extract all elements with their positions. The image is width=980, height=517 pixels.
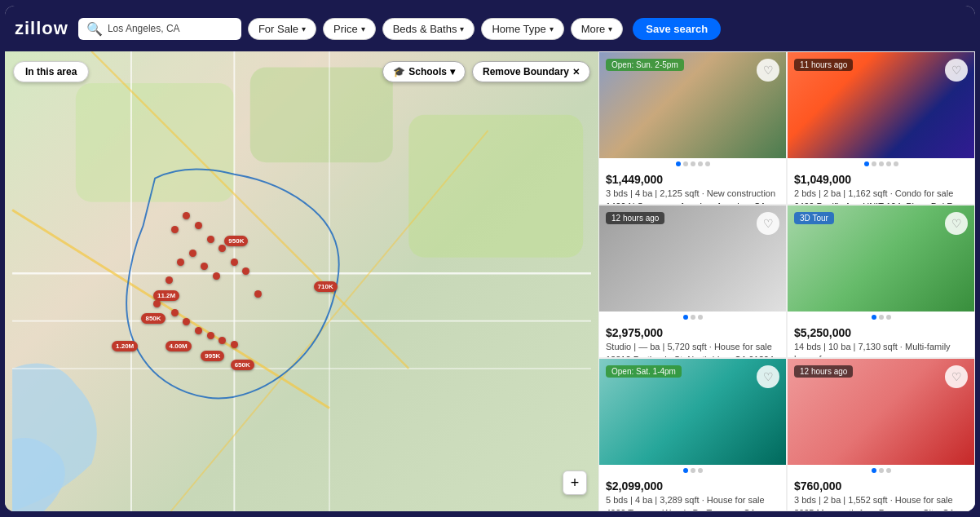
chevron-down-icon: ▾ [302, 24, 306, 33]
chevron-down-icon: ▾ [361, 24, 365, 33]
map-pin-dot[interactable] [207, 236, 214, 243]
map-pin-dot[interactable] [171, 309, 179, 316]
map-pin-dot[interactable] [242, 267, 249, 275]
in-this-area-button[interactable]: In this area [13, 61, 89, 82]
map-pin-dot[interactable] [219, 245, 226, 252]
listing-card[interactable]: 12 hours ago ♡ $760,000 3 bds | 2 ba | 1… [787, 358, 975, 511]
favorite-button[interactable]: ♡ [757, 365, 779, 388]
dot-indicator [683, 161, 688, 166]
listing-badge: Open: Sun. 2-5pm [606, 59, 684, 71]
dot-indicator [872, 468, 876, 473]
listing-image: Open: Sat. 1-4pm ♡ [599, 359, 786, 465]
home-type-filter[interactable]: Home Type ▾ [481, 18, 563, 40]
map-pin[interactable]: 650K [231, 360, 254, 370]
favorite-button[interactable]: ♡ [757, 212, 779, 235]
chevron-down-icon: ▾ [450, 66, 455, 77]
app-container: zillow 🔍 Los Angeles, CA For Sale ▾ Pric… [5, 6, 975, 511]
map-pin-dot[interactable] [219, 337, 226, 344]
listing-details: 5 bds | 4 ba | 3,289 sqft · House for sa… [606, 494, 779, 506]
listing-price: $760,000 [794, 479, 968, 493]
close-icon: ✕ [572, 67, 580, 77]
listing-image: 3D Tour ♡ [788, 205, 974, 312]
listing-image: 12 hours ago ♡ [599, 205, 786, 312]
map-pin-dot[interactable] [171, 226, 179, 233]
listing-price: $2,099,000 [606, 479, 779, 493]
favorite-button[interactable]: ♡ [945, 365, 968, 388]
map-pin[interactable]: 4.00M [166, 341, 192, 351]
listing-badge: 3D Tour [794, 212, 834, 224]
price-filter[interactable]: Price ▾ [323, 18, 376, 40]
save-search-button[interactable]: Save search [633, 18, 721, 40]
map-background: In this area 🎓 Schools ▾ Remove Boundary… [5, 51, 598, 511]
listing-info: $2,099,000 5 bds | 4 ba | 3,289 sqft · H… [599, 475, 786, 511]
dot-indicator [691, 468, 695, 473]
dot-indicator [879, 161, 884, 166]
header: zillow 🔍 Los Angeles, CA For Sale ▾ Pric… [5, 6, 975, 51]
listing-image-dots [788, 465, 974, 475]
map-pin-dot[interactable] [207, 332, 214, 339]
more-filter[interactable]: More ▾ [571, 18, 624, 40]
listing-price: $2,975,000 [606, 326, 779, 339]
listing-card[interactable]: 12 hours ago ♡ $2,975,000 Studio | — ba … [598, 205, 787, 358]
dot-indicator [879, 468, 884, 473]
listing-price: $1,049,000 [794, 173, 968, 186]
map-pin-dot[interactable] [183, 212, 190, 219]
listing-details: 3 bds | 4 ba | 2,125 sqft · New construc… [606, 188, 779, 200]
listing-info: $1,449,000 3 bds | 4 ba | 2,125 sqft · N… [599, 168, 786, 205]
svg-line-10 [91, 51, 408, 369]
map-pin-dot[interactable] [189, 250, 196, 257]
for-sale-filter[interactable]: For Sale ▾ [248, 18, 316, 40]
map-pin-dot[interactable] [231, 258, 238, 266]
chevron-down-icon: ▾ [460, 24, 464, 33]
listing-image-dots [599, 158, 786, 168]
map-pin[interactable]: 950K [224, 236, 248, 246]
listing-badge: 12 hours ago [606, 212, 664, 224]
map-pin[interactable]: 850K [141, 313, 165, 324]
listing-address: 4920 Tarzana Woods Dr, Tarzana, CA 91356 [606, 508, 779, 511]
svg-line-9 [12, 210, 329, 408]
main-content: In this area 🎓 Schools ▾ Remove Boundary… [5, 51, 975, 511]
map-pin-dot[interactable] [213, 272, 220, 280]
dot-indicator [886, 315, 891, 320]
listing-image: Open: Sun. 2-5pm ♡ [599, 52, 786, 158]
listing-info: $760,000 3 bds | 2 ba | 1,552 sqft · Hou… [788, 475, 974, 511]
listing-details: 2 bds | 2 ba | 1,162 sqft · Condo for sa… [794, 188, 968, 200]
map-pin-dot[interactable] [195, 327, 202, 334]
dot-indicator [691, 315, 695, 320]
listing-card[interactable]: 11 hours ago ♡ $1,049,000 2 bds | 2 ba |… [787, 51, 975, 205]
listing-card[interactable]: Open: Sat. 1-4pm ♡ $2,099,000 5 bds | 4 … [598, 358, 787, 511]
map-pin-dot[interactable] [166, 276, 173, 284]
listing-image-dots [788, 312, 974, 321]
map-pin[interactable]: 1.20M [112, 341, 138, 351]
school-icon: 🎓 [393, 66, 405, 77]
search-box[interactable]: 🔍 Los Angeles, CA [78, 18, 241, 40]
schools-filter-button[interactable]: 🎓 Schools ▾ [382, 61, 466, 82]
favorite-button[interactable]: ♡ [945, 212, 968, 235]
dot-indicator [676, 161, 681, 166]
listing-price: $1,449,000 [606, 173, 779, 186]
map-pin-dot[interactable] [201, 263, 208, 270]
dot-indicator [705, 161, 710, 166]
remove-boundary-button[interactable]: Remove Boundary ✕ [472, 61, 590, 82]
logo: zillow [15, 18, 68, 39]
dot-indicator [879, 315, 884, 320]
map-pin-dot[interactable] [177, 258, 184, 266]
listings-panel: Open: Sun. 2-5pm ♡ $1,449,000 3 bds | 4 … [598, 51, 975, 511]
listing-card[interactable]: 3D Tour ♡ $5,250,000 14 bds | 10 ba | 7,… [787, 205, 975, 358]
map-pin[interactable]: 710K [314, 281, 338, 292]
favorite-button[interactable]: ♡ [757, 59, 779, 82]
dot-indicator [894, 161, 898, 166]
zoom-in-button[interactable]: + [563, 471, 587, 495]
beds-baths-filter[interactable]: Beds & Baths ▾ [382, 18, 475, 40]
listing-card[interactable]: Open: Sun. 2-5pm ♡ $1,449,000 3 bds | 4 … [598, 51, 787, 205]
map-pin-dot[interactable] [153, 300, 161, 307]
map-pin[interactable]: 995K [201, 351, 224, 361]
map-pin-dot[interactable] [195, 222, 202, 229]
map-pin-dot[interactable] [254, 290, 262, 298]
map-pin-dot[interactable] [231, 341, 238, 348]
dot-indicator [886, 468, 891, 473]
map-pin-dot[interactable] [183, 318, 190, 325]
svg-line-11 [171, 130, 488, 511]
favorite-button[interactable]: ♡ [945, 59, 968, 82]
dot-indicator [872, 161, 876, 166]
